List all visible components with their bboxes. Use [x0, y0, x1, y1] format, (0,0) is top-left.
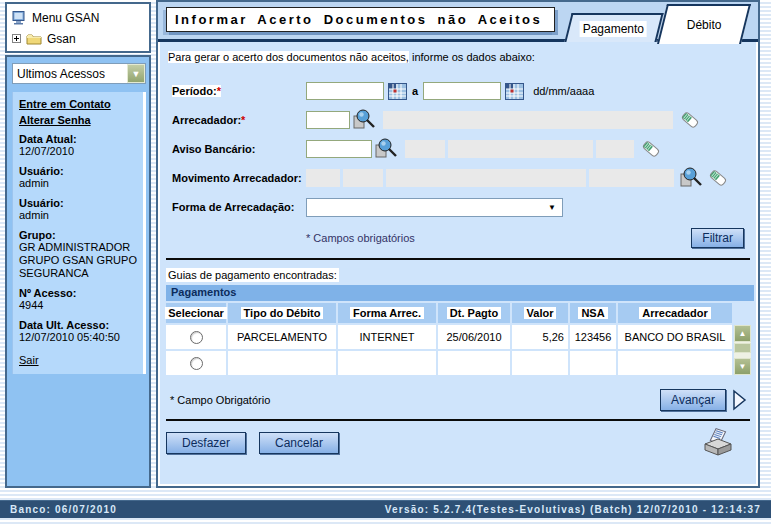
col-nsa[interactable]: NSA: [578, 307, 607, 319]
payments-table: Pagamentos Selecionar Tipo do Débito For…: [166, 285, 754, 375]
expand-icon[interactable]: [12, 34, 21, 43]
menu-root-label: Menu GSAN: [32, 11, 99, 25]
tab-pagamento[interactable]: Pagamento: [564, 13, 663, 42]
contact-link[interactable]: Entre em Contato: [19, 98, 138, 110]
collector-name-display: [383, 111, 673, 129]
bank-notice-display-1: [405, 140, 445, 158]
change-password-link[interactable]: Alterar Senha: [19, 114, 138, 126]
main-panel: Informar Acerto Documentos não Aceitos P…: [156, 0, 760, 488]
col-dt-pagto[interactable]: Dt. Pagto: [447, 307, 501, 319]
folder-icon: [26, 33, 42, 45]
last-access: Data Ult. Acesso: 12/07/2010 05:40:50: [19, 319, 138, 344]
col-valor[interactable]: Valor: [524, 307, 557, 319]
page-title: Informar Acerto Documentos não Aceitos: [166, 7, 555, 32]
movement-display-3: [386, 169, 586, 187]
menu-tree-card: Menu GSAN Gsan: [5, 2, 151, 53]
page-header: Informar Acerto Documentos não Aceitos P…: [158, 2, 758, 42]
search-icon[interactable]: [680, 167, 704, 189]
col-selecionar[interactable]: Selecionar: [165, 307, 227, 319]
table-caption: Pagamentos: [166, 285, 754, 301]
table-row: [166, 351, 732, 375]
scroll-up-icon[interactable]: ▲: [734, 325, 751, 342]
period-start-input[interactable]: [306, 82, 384, 100]
movement-display-2: [343, 169, 383, 187]
undo-button[interactable]: Desfazer: [166, 432, 246, 454]
advance-button[interactable]: Avançar: [660, 389, 726, 411]
logout-link[interactable]: Sair: [19, 354, 138, 366]
table-row: PARCELAMENTO INTERNET 25/06/2010 5,26 12…: [166, 325, 732, 349]
eraser-icon[interactable]: [679, 109, 701, 131]
col-arrecadador[interactable]: Arrecadador: [639, 307, 710, 319]
collector-code-input[interactable]: [306, 111, 350, 129]
tab-debito[interactable]: Débito: [657, 4, 751, 44]
status-bar-left: Banco: 06/07/2010: [10, 504, 117, 515]
current-date: Data Atual: 12/07/2010: [19, 133, 138, 158]
date-format-hint: dd/mm/aaaa: [533, 85, 594, 97]
user-2: Usuário: admin: [19, 197, 138, 222]
forward-arrow-icon[interactable]: [732, 389, 748, 411]
menu-item-label: Gsan: [47, 32, 76, 46]
sidebar-info-panel: Entre em Contato Alterar Senha Data Atua…: [12, 92, 146, 374]
menu-tree-item-gsan[interactable]: Gsan: [12, 28, 144, 49]
col-forma-arrec[interactable]: Forma Arrec.: [350, 307, 424, 319]
movement-display-1: [306, 169, 340, 187]
table-scrollbar[interactable]: ▲ ▼: [734, 325, 751, 375]
search-icon[interactable]: [353, 109, 377, 131]
period-separator: a: [412, 85, 418, 97]
table-header-row: Selecionar Tipo do Débito Forma Arrec. D…: [166, 303, 754, 323]
field-label: Período:*: [172, 85, 221, 97]
search-icon[interactable]: [375, 138, 399, 160]
bank-notice-display-3: [596, 140, 634, 158]
required-fields-note: * Campos obrigatórios: [306, 232, 415, 244]
row-select-radio[interactable]: [190, 331, 203, 344]
chevron-down-icon[interactable]: ▼: [127, 64, 145, 83]
divider: [166, 419, 750, 421]
required-field-note: * Campo Obrigatório: [170, 394, 270, 406]
scroll-down-icon[interactable]: ▼: [734, 358, 751, 375]
period-end-input[interactable]: [423, 82, 501, 100]
cancel-button[interactable]: Cancelar: [259, 432, 339, 454]
group: Grupo: GR ADMINISTRADOR GRUPO GSAN GRUPO…: [19, 229, 138, 280]
collection-form-select[interactable]: ▼: [306, 198, 563, 217]
eraser-icon[interactable]: [640, 138, 662, 160]
scroll-thumb[interactable]: [734, 343, 751, 353]
calendar-icon[interactable]: [505, 83, 524, 100]
sidebar: Ultimos Acessos ▼ Entre em Contato Alter…: [5, 55, 151, 488]
menu-root[interactable]: Menu GSAN: [12, 7, 144, 28]
recent-access-select[interactable]: Ultimos Acessos ▼: [12, 63, 146, 84]
filter-button[interactable]: Filtrar: [691, 228, 744, 248]
results-section-label: Guias de pagamento encontradas:: [166, 269, 758, 281]
printer-icon[interactable]: [702, 428, 734, 458]
row-select-radio[interactable]: [190, 357, 203, 370]
user: Usuário: admin: [19, 165, 138, 190]
field-arrecadador: Arrecadador:*: [158, 107, 758, 133]
access-number: Nº Acesso: 4944: [19, 287, 138, 312]
col-tipo-debito[interactable]: Tipo do Débito: [241, 307, 324, 319]
chevron-down-icon: ▼: [548, 203, 556, 212]
calendar-icon[interactable]: [388, 83, 407, 100]
movement-display-4: [589, 169, 674, 187]
computer-icon: [12, 11, 27, 25]
field-periodo: Período:* a dd/mm/aaaa: [158, 78, 758, 104]
divider: [166, 258, 750, 260]
intro-text: Para gerar o acerto dos documentos não a…: [158, 42, 758, 63]
bank-notice-display-2: [448, 140, 593, 158]
bank-notice-input[interactable]: [306, 140, 372, 158]
field-forma-arrecadacao: Forma de Arrecadação: ▼: [158, 194, 758, 220]
field-aviso-bancario: Aviso Bancário:: [158, 136, 758, 162]
recent-access-selected: Ultimos Acessos: [13, 67, 127, 81]
status-bar-right: Versão: 5.2.7.4(Testes-Evolutivas) (Batc…: [385, 504, 761, 515]
eraser-icon[interactable]: [707, 167, 729, 189]
field-movimento-arrecadador: Movimento Arrecadador:: [158, 165, 758, 191]
status-bar: Banco: 06/07/2010 Versão: 5.2.7.4(Testes…: [0, 500, 771, 518]
